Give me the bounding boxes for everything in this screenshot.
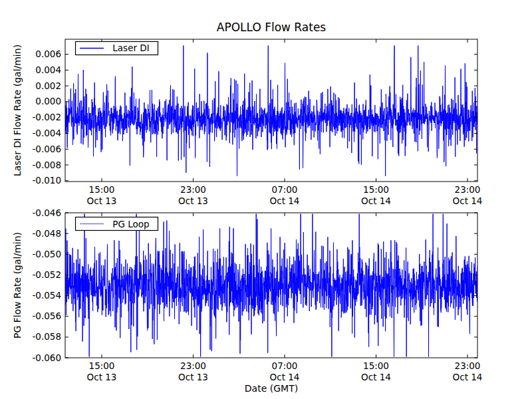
x-tick-label-time: 15:00: [363, 360, 389, 371]
x-tick-label-time: 07:00: [272, 360, 298, 371]
y-tick-label: -0.054: [32, 290, 61, 301]
x-tick-label-time: 15:00: [89, 184, 115, 195]
x-tick-label-date: Oct 14: [453, 372, 483, 382]
x-tick-label-time: 07:00: [272, 184, 298, 195]
y-tick-label: -0.048: [32, 228, 61, 239]
y-axis-label-pg-loop: PG Flow Rate (gal/min): [12, 232, 23, 338]
y-tick-label: -0.006: [32, 144, 61, 154]
legend-label-laser-di: Laser DI: [112, 43, 149, 53]
y-tick-label: -0.002: [32, 112, 61, 122]
legend-label-pg-loop: PG Loop: [112, 219, 149, 229]
x-tick-label-time: 15:00: [89, 360, 115, 371]
y-tick-label: -0.004: [32, 128, 61, 138]
x-tick-label-time: 23:00: [180, 360, 206, 371]
subplot-pg-loop: -0.046-0.048-0.050-0.052-0.054-0.056-0.0…: [12, 207, 482, 383]
y-tick-label: 0.002: [35, 80, 61, 91]
x-tick-label-date: Oct 14: [361, 372, 391, 382]
y-tick-label: -0.060: [32, 352, 61, 363]
x-axis-label: Date (GMT): [245, 383, 298, 394]
chart-title: APOLLO Flow Rates: [217, 21, 327, 34]
y-tick-label: -0.046: [32, 207, 61, 218]
figure-canvas: APOLLO Flow Rates 0.0060.0040.0020.000-0…: [0, 0, 532, 399]
x-tick-label-date: Oct 14: [270, 196, 300, 206]
y-tick-label: -0.050: [32, 249, 61, 259]
x-tick-label-time: 23:00: [455, 360, 481, 371]
y-tick-label: -0.008: [32, 160, 61, 170]
x-tick-label-date: Oct 13: [178, 372, 208, 382]
subplot-laser-di: 0.0060.0040.0020.000-0.002-0.004-0.006-0…: [12, 39, 482, 206]
y-tick-label: 0.004: [35, 65, 61, 75]
pg-loop-series-line: [65, 214, 477, 357]
x-tick-label-time: 15:00: [363, 184, 389, 195]
x-tick-label-date: Oct 13: [87, 196, 117, 206]
y-tick-label: 0.000: [35, 96, 61, 106]
y-tick-label: -0.052: [32, 269, 61, 280]
x-tick-label-date: Oct 14: [453, 196, 483, 206]
y-axis-label-laser-di: Laser DI Flow Rate (gal/min): [12, 45, 23, 176]
x-tick-label-date: Oct 14: [361, 196, 391, 206]
y-tick-label: -0.056: [32, 311, 61, 321]
y-tick-label: -0.010: [32, 175, 61, 186]
x-tick-label-date: Oct 14: [270, 372, 300, 382]
x-tick-label-time: 23:00: [180, 184, 206, 195]
x-tick-label-time: 23:00: [455, 184, 481, 195]
y-tick-label: -0.058: [32, 331, 61, 342]
y-tick-label: 0.006: [35, 49, 61, 59]
matplotlib-figure: APOLLO Flow Rates 0.0060.0040.0020.000-0…: [0, 0, 532, 399]
laser-di-series-line: [65, 46, 477, 176]
x-tick-label-date: Oct 13: [87, 372, 117, 382]
x-tick-label-date: Oct 13: [178, 196, 208, 206]
